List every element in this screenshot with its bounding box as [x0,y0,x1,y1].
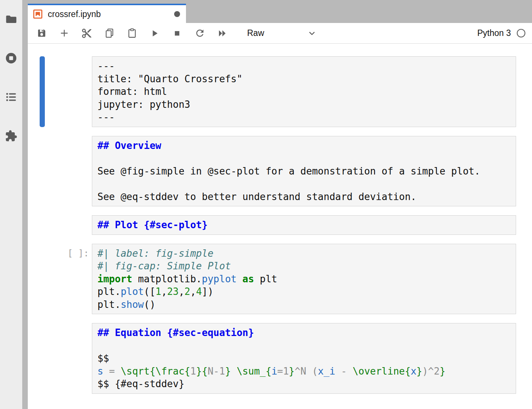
cell-markdown: ## Equation {#sec-equation}$$s = \sqrt{\… [40,323,516,394]
interrupt-kernel-button[interactable] [172,28,183,39]
cell-editor[interactable]: ---title: "Quarto Crossrefs"format: html… [92,56,516,127]
tab-title: crossref.ipynb [48,9,101,19]
cell-raw: ---title: "Quarto Crossrefs"format: html… [40,56,516,127]
copy-cells-button[interactable] [104,28,115,39]
activity-bar [0,0,22,409]
notebook-toolbar: Raw Python 3 [28,23,532,44]
cell-editor[interactable]: #| label: fig-simple#| fig-cap: Simple P… [92,244,516,315]
cell-collapser[interactable] [40,244,45,315]
kernel-status-icon[interactable] [516,28,526,38]
cut-cells-button[interactable] [81,28,92,39]
cell-editor[interactable]: ## OverviewSee @fig-simple in @sec-plot … [92,136,516,207]
save-button[interactable] [36,28,47,39]
running-kernels-icon[interactable] [5,52,17,64]
kernel-name[interactable]: Python 3 [477,28,511,38]
restart-kernel-button[interactable] [194,28,205,39]
restart-and-run-all-button[interactable] [217,28,228,39]
cell-collapser[interactable] [40,323,45,394]
tab-bar: crossref.ipynb [28,0,532,23]
execution-prompt [45,323,92,394]
cell-editor[interactable]: ## Equation {#sec-equation}$$s = \sqrt{\… [92,323,516,394]
cell-markdown: ## Plot {#sec-plot} [40,215,516,235]
jupyterlab-window: crossref.ipynb [0,0,532,409]
main-area: crossref.ipynb [28,0,532,409]
notebook-file-icon [33,9,43,19]
paste-cells-button[interactable] [126,28,137,39]
chevron-down-icon[interactable] [307,29,317,38]
execution-prompt [45,56,92,127]
cell-collapser[interactable] [40,136,45,207]
table-of-contents-icon[interactable] [5,91,17,103]
execution-prompt [45,136,92,207]
cell-editor[interactable]: ## Plot {#sec-plot} [92,215,516,235]
cell-collapser[interactable] [40,56,45,127]
cell-code: [ ]:#| label: fig-simple#| fig-cap: Simp… [40,244,516,315]
cell-collapser[interactable] [40,215,45,235]
notebook-panel: ---title: "Quarto Crossrefs"format: html… [28,44,532,409]
extension-manager-icon[interactable] [5,130,17,142]
insert-cell-below-button[interactable] [59,28,70,39]
unsaved-changes-indicator[interactable] [174,11,180,17]
execution-prompt [45,215,92,235]
notebook-tab[interactable]: crossref.ipynb [28,4,186,23]
run-cell-button[interactable] [149,28,160,39]
cell-markdown: ## OverviewSee @fig-simple in @sec-plot … [40,136,516,207]
file-browser-icon[interactable] [5,13,17,26]
sidebar-divider [22,0,28,409]
cell-type-dropdown[interactable]: Raw [247,28,264,38]
execution-prompt: [ ]: [45,244,92,315]
cells: ---title: "Quarto Crossrefs"format: html… [28,56,532,394]
